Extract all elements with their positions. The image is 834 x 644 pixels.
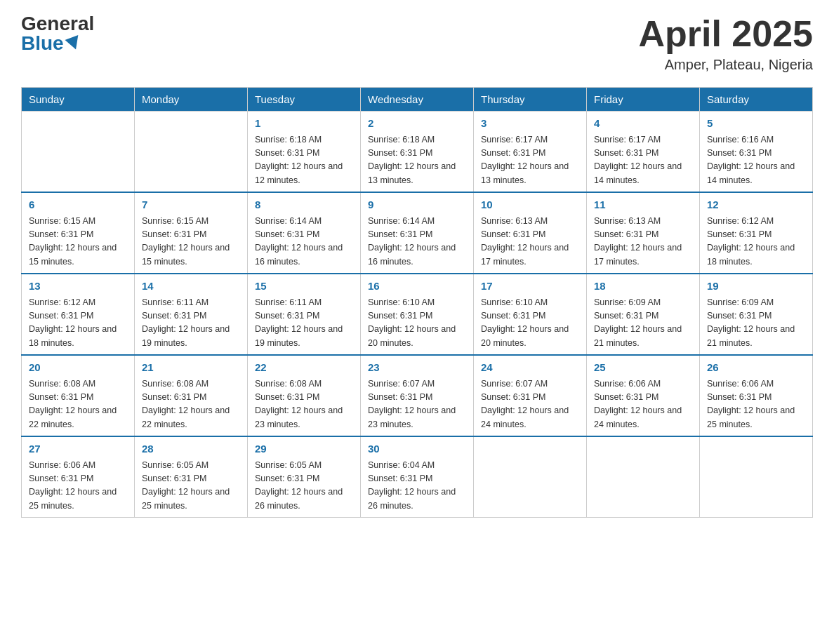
day-info: Sunrise: 6:16 AMSunset: 6:31 PMDaylight:… [707, 133, 805, 188]
day-info: Sunrise: 6:15 AMSunset: 6:31 PMDaylight:… [142, 215, 240, 269]
day-info: Sunrise: 6:11 AMSunset: 6:31 PMDaylight:… [142, 296, 240, 351]
column-header-wednesday: Wednesday [361, 88, 474, 112]
day-info: Sunrise: 6:14 AMSunset: 6:31 PMDaylight:… [255, 215, 353, 269]
day-info: Sunrise: 6:17 AMSunset: 6:31 PMDaylight:… [594, 133, 692, 188]
day-number: 10 [481, 197, 579, 213]
day-number: 27 [29, 441, 127, 457]
day-info: Sunrise: 6:12 AMSunset: 6:31 PMDaylight:… [29, 296, 127, 351]
calendar-cell: 24Sunrise: 6:07 AMSunset: 6:31 PMDayligh… [474, 355, 587, 436]
logo-general-text: General [21, 14, 94, 34]
calendar-cell: 23Sunrise: 6:07 AMSunset: 6:31 PMDayligh… [361, 355, 474, 436]
calendar-cell [474, 436, 587, 518]
day-number: 5 [707, 116, 805, 132]
logo-blue-text: Blue [21, 34, 81, 53]
calendar-cell: 19Sunrise: 6:09 AMSunset: 6:31 PMDayligh… [700, 274, 813, 355]
calendar-cell: 6Sunrise: 6:15 AMSunset: 6:31 PMDaylight… [22, 192, 135, 274]
day-info: Sunrise: 6:13 AMSunset: 6:31 PMDaylight:… [594, 215, 692, 269]
calendar-cell [135, 112, 248, 193]
calendar-cell [587, 436, 700, 518]
calendar-cell: 14Sunrise: 6:11 AMSunset: 6:31 PMDayligh… [135, 274, 248, 355]
calendar-cell: 5Sunrise: 6:16 AMSunset: 6:31 PMDaylight… [700, 112, 813, 193]
day-info: Sunrise: 6:11 AMSunset: 6:31 PMDaylight:… [255, 296, 353, 351]
day-number: 23 [368, 360, 466, 376]
calendar-cell: 21Sunrise: 6:08 AMSunset: 6:31 PMDayligh… [135, 355, 248, 436]
column-header-saturday: Saturday [700, 88, 813, 112]
day-number: 12 [707, 197, 805, 213]
column-header-monday: Monday [135, 88, 248, 112]
calendar-cell: 1Sunrise: 6:18 AMSunset: 6:31 PMDaylight… [248, 112, 361, 193]
calendar-cell: 17Sunrise: 6:10 AMSunset: 6:31 PMDayligh… [474, 274, 587, 355]
calendar-cell: 3Sunrise: 6:17 AMSunset: 6:31 PMDaylight… [474, 112, 587, 193]
day-info: Sunrise: 6:06 AMSunset: 6:31 PMDaylight:… [707, 377, 805, 432]
day-number: 7 [142, 197, 240, 213]
calendar-cell: 22Sunrise: 6:08 AMSunset: 6:31 PMDayligh… [248, 355, 361, 436]
location-subtitle: Amper, Plateau, Nigeria [638, 57, 813, 73]
day-info: Sunrise: 6:08 AMSunset: 6:31 PMDaylight:… [255, 377, 353, 432]
day-number: 3 [481, 116, 579, 132]
day-number: 29 [255, 441, 353, 457]
calendar-cell [700, 436, 813, 518]
day-number: 17 [481, 279, 579, 295]
day-number: 24 [481, 360, 579, 376]
day-number: 25 [594, 360, 692, 376]
column-header-thursday: Thursday [474, 88, 587, 112]
day-info: Sunrise: 6:10 AMSunset: 6:31 PMDaylight:… [368, 296, 466, 351]
calendar-cell: 15Sunrise: 6:11 AMSunset: 6:31 PMDayligh… [248, 274, 361, 355]
day-number: 16 [368, 279, 466, 295]
column-header-sunday: Sunday [22, 88, 135, 112]
week-row-5: 27Sunrise: 6:06 AMSunset: 6:31 PMDayligh… [22, 436, 813, 518]
calendar-cell: 2Sunrise: 6:18 AMSunset: 6:31 PMDaylight… [361, 112, 474, 193]
day-number: 13 [29, 279, 127, 295]
calendar-cell: 29Sunrise: 6:05 AMSunset: 6:31 PMDayligh… [248, 436, 361, 518]
day-info: Sunrise: 6:18 AMSunset: 6:31 PMDaylight:… [368, 133, 466, 188]
day-info: Sunrise: 6:09 AMSunset: 6:31 PMDaylight:… [707, 296, 805, 351]
day-number: 14 [142, 279, 240, 295]
day-info: Sunrise: 6:14 AMSunset: 6:31 PMDaylight:… [368, 215, 466, 269]
day-number: 21 [142, 360, 240, 376]
day-info: Sunrise: 6:05 AMSunset: 6:31 PMDaylight:… [142, 459, 240, 514]
day-info: Sunrise: 6:17 AMSunset: 6:31 PMDaylight:… [481, 133, 579, 188]
day-number: 2 [368, 116, 466, 132]
logo: General Blue [21, 14, 94, 53]
day-number: 15 [255, 279, 353, 295]
day-number: 19 [707, 279, 805, 295]
day-info: Sunrise: 6:08 AMSunset: 6:31 PMDaylight:… [142, 377, 240, 432]
day-number: 22 [255, 360, 353, 376]
calendar-cell: 4Sunrise: 6:17 AMSunset: 6:31 PMDaylight… [587, 112, 700, 193]
calendar-cell [22, 112, 135, 193]
week-row-3: 13Sunrise: 6:12 AMSunset: 6:31 PMDayligh… [22, 274, 813, 355]
week-row-4: 20Sunrise: 6:08 AMSunset: 6:31 PMDayligh… [22, 355, 813, 436]
calendar-cell: 20Sunrise: 6:08 AMSunset: 6:31 PMDayligh… [22, 355, 135, 436]
day-number: 4 [594, 116, 692, 132]
calendar-cell: 27Sunrise: 6:06 AMSunset: 6:31 PMDayligh… [22, 436, 135, 518]
calendar-cell: 7Sunrise: 6:15 AMSunset: 6:31 PMDaylight… [135, 192, 248, 274]
day-info: Sunrise: 6:09 AMSunset: 6:31 PMDaylight:… [594, 296, 692, 351]
week-row-2: 6Sunrise: 6:15 AMSunset: 6:31 PMDaylight… [22, 192, 813, 274]
calendar-cell: 30Sunrise: 6:04 AMSunset: 6:31 PMDayligh… [361, 436, 474, 518]
calendar-cell: 13Sunrise: 6:12 AMSunset: 6:31 PMDayligh… [22, 274, 135, 355]
day-info: Sunrise: 6:18 AMSunset: 6:31 PMDaylight:… [255, 133, 353, 188]
day-info: Sunrise: 6:06 AMSunset: 6:31 PMDaylight:… [594, 377, 692, 432]
page-header: General Blue April 2025 Amper, Plateau, … [21, 14, 813, 73]
calendar-cell: 10Sunrise: 6:13 AMSunset: 6:31 PMDayligh… [474, 192, 587, 274]
week-row-1: 1Sunrise: 6:18 AMSunset: 6:31 PMDaylight… [22, 112, 813, 193]
day-info: Sunrise: 6:15 AMSunset: 6:31 PMDaylight:… [29, 215, 127, 269]
day-number: 11 [594, 197, 692, 213]
calendar-header-row: SundayMondayTuesdayWednesdayThursdayFrid… [22, 88, 813, 112]
day-number: 26 [707, 360, 805, 376]
month-year-title: April 2025 [638, 14, 813, 54]
calendar-cell: 11Sunrise: 6:13 AMSunset: 6:31 PMDayligh… [587, 192, 700, 274]
calendar-cell: 16Sunrise: 6:10 AMSunset: 6:31 PMDayligh… [361, 274, 474, 355]
day-number: 1 [255, 116, 353, 132]
calendar-cell: 18Sunrise: 6:09 AMSunset: 6:31 PMDayligh… [587, 274, 700, 355]
day-info: Sunrise: 6:04 AMSunset: 6:31 PMDaylight:… [368, 459, 466, 514]
day-number: 28 [142, 441, 240, 457]
day-number: 18 [594, 279, 692, 295]
calendar-cell: 26Sunrise: 6:06 AMSunset: 6:31 PMDayligh… [700, 355, 813, 436]
day-info: Sunrise: 6:05 AMSunset: 6:31 PMDaylight:… [255, 459, 353, 514]
day-info: Sunrise: 6:10 AMSunset: 6:31 PMDaylight:… [481, 296, 579, 351]
title-block: April 2025 Amper, Plateau, Nigeria [638, 14, 813, 73]
day-info: Sunrise: 6:08 AMSunset: 6:31 PMDaylight:… [29, 377, 127, 432]
day-info: Sunrise: 6:07 AMSunset: 6:31 PMDaylight:… [368, 377, 466, 432]
day-info: Sunrise: 6:12 AMSunset: 6:31 PMDaylight:… [707, 215, 805, 269]
